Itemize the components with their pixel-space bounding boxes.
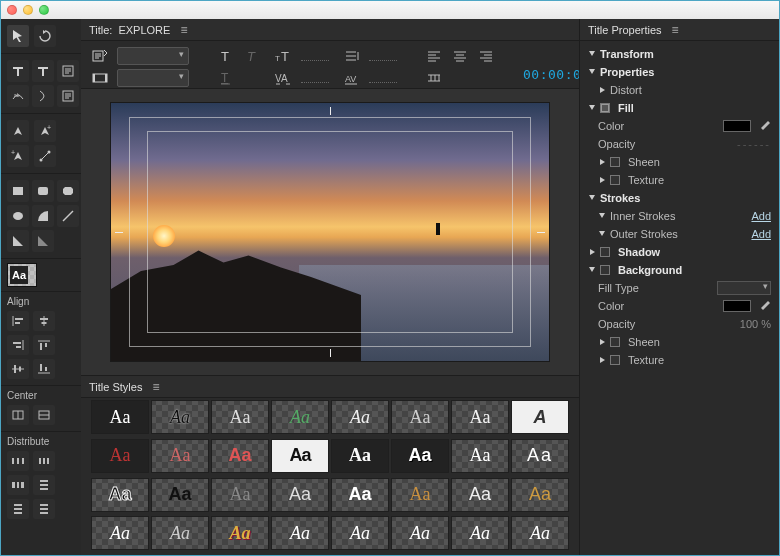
rotate-tool[interactable] xyxy=(34,25,56,47)
background-checkbox[interactable] xyxy=(600,265,610,275)
wedge-tool[interactable] xyxy=(7,230,29,252)
kerning-icon[interactable]: VA xyxy=(275,69,293,87)
distribute-v-bottom[interactable] xyxy=(33,499,55,519)
style-swatch[interactable]: Aa xyxy=(331,439,389,473)
center-vertical[interactable] xyxy=(7,405,29,425)
distribute-h-left[interactable] xyxy=(7,451,29,471)
bold-icon[interactable]: T xyxy=(243,47,261,65)
tab-stops-icon[interactable] xyxy=(425,69,443,87)
style-swatch[interactable]: Aa xyxy=(331,400,389,434)
style-swatch[interactable]: Aa xyxy=(91,516,149,550)
style-swatch[interactable]: Aa xyxy=(511,439,569,473)
kerning-value[interactable] xyxy=(301,73,329,83)
new-title-icon[interactable] xyxy=(91,47,109,65)
color-well[interactable]: Aa xyxy=(7,263,37,287)
distribute-h-right[interactable] xyxy=(7,475,29,495)
style-swatch[interactable]: Aa xyxy=(151,478,209,512)
leading-icon[interactable] xyxy=(343,47,361,65)
style-swatch[interactable]: Aa xyxy=(331,478,389,512)
vertical-type-tool[interactable] xyxy=(32,60,54,82)
distribute-h-center[interactable] xyxy=(33,451,55,471)
convert-anchor-tool[interactable] xyxy=(34,145,56,167)
twirl-right-icon[interactable] xyxy=(598,356,606,364)
roll-crawl-icon[interactable] xyxy=(91,69,109,87)
twirl-right-icon[interactable] xyxy=(598,158,606,166)
eyedropper-icon[interactable] xyxy=(759,300,771,312)
tracking-value[interactable] xyxy=(369,73,397,83)
twirl-down-icon[interactable] xyxy=(598,230,606,238)
pen-tool[interactable] xyxy=(7,120,29,142)
rectangle-tool[interactable] xyxy=(7,180,29,202)
style-swatch[interactable]: Aa xyxy=(271,439,329,473)
bg-color-chip[interactable] xyxy=(723,300,751,312)
style-swatch[interactable]: Aa xyxy=(391,516,449,550)
font-size-icon[interactable]: TT xyxy=(275,47,293,65)
align-top[interactable] xyxy=(33,335,55,355)
rounded-rect-tool[interactable] xyxy=(32,180,54,202)
twirl-right-icon[interactable] xyxy=(598,176,606,184)
style-swatch[interactable]: Aa xyxy=(451,478,509,512)
regular-icon[interactable]: T xyxy=(217,47,235,65)
twirl-right-icon[interactable] xyxy=(598,338,606,346)
twirl-down-icon[interactable] xyxy=(588,50,596,58)
style-swatch[interactable]: Aa xyxy=(451,439,509,473)
styles-panel-menu-icon[interactable]: ≡ xyxy=(152,380,159,394)
distribute-v-center[interactable] xyxy=(7,499,29,519)
style-swatch[interactable]: Aa xyxy=(211,439,269,473)
style-swatch[interactable]: Aa xyxy=(151,439,209,473)
delete-anchor-tool[interactable]: + xyxy=(7,145,29,167)
vertical-area-type-tool[interactable] xyxy=(57,85,79,107)
ellipse-tool[interactable] xyxy=(7,205,29,227)
twirl-down-icon[interactable] xyxy=(588,194,596,202)
type-tool[interactable] xyxy=(7,60,29,82)
center-horizontal[interactable] xyxy=(33,405,55,425)
align-bottom[interactable] xyxy=(33,359,55,379)
twirl-down-icon[interactable] xyxy=(588,266,596,274)
style-swatch[interactable]: Aa xyxy=(211,478,269,512)
bg-sheen-checkbox[interactable] xyxy=(610,337,620,347)
style-swatch[interactable]: Aa xyxy=(331,516,389,550)
style-swatch[interactable]: Aa xyxy=(211,400,269,434)
minimize-window-button[interactable] xyxy=(23,5,33,15)
style-swatch[interactable]: Aa xyxy=(451,516,509,550)
align-left-icon[interactable] xyxy=(425,47,443,65)
style-swatch[interactable]: Aa xyxy=(91,439,149,473)
zoom-window-button[interactable] xyxy=(39,5,49,15)
title-preview[interactable] xyxy=(110,102,550,362)
vertical-path-type-tool[interactable] xyxy=(32,85,54,107)
style-swatch[interactable]: Aa xyxy=(211,516,269,550)
style-swatch[interactable]: Aa xyxy=(391,439,449,473)
bg-texture-checkbox[interactable] xyxy=(610,355,620,365)
tracking-icon[interactable]: AV xyxy=(343,69,361,87)
line-tool[interactable] xyxy=(57,205,79,227)
properties-panel-menu-icon[interactable]: ≡ xyxy=(672,23,679,37)
style-swatch[interactable]: Aa xyxy=(511,478,569,512)
arc-tool[interactable] xyxy=(32,205,54,227)
style-swatch[interactable]: Aa xyxy=(391,478,449,512)
twirl-down-icon[interactable] xyxy=(598,212,606,220)
align-right-icon[interactable] xyxy=(477,47,495,65)
align-h-center[interactable] xyxy=(33,311,55,331)
sheen-checkbox[interactable] xyxy=(610,157,620,167)
font-style-dropdown[interactable] xyxy=(117,69,189,87)
fill-checkbox[interactable] xyxy=(600,103,610,113)
font-family-dropdown[interactable] xyxy=(117,47,189,65)
twirl-right-icon[interactable] xyxy=(588,248,596,256)
panel-menu-icon[interactable]: ≡ xyxy=(180,23,187,37)
style-swatch[interactable]: Aa xyxy=(91,478,149,512)
style-swatch[interactable]: Aa xyxy=(271,478,329,512)
style-swatch[interactable]: Aa xyxy=(271,400,329,434)
style-swatch[interactable]: Aa xyxy=(391,400,449,434)
clipped-rect-tool[interactable] xyxy=(57,180,79,202)
texture-checkbox[interactable] xyxy=(610,175,620,185)
bg-opacity-value[interactable]: 100 % xyxy=(740,318,771,330)
fill-color-chip[interactable] xyxy=(723,120,751,132)
twirl-right-icon[interactable] xyxy=(598,86,606,94)
add-anchor-tool[interactable]: + xyxy=(34,120,56,142)
twirl-down-icon[interactable] xyxy=(588,68,596,76)
twirl-down-icon[interactable] xyxy=(588,104,596,112)
align-left[interactable] xyxy=(7,311,29,331)
inner-strokes-add[interactable]: Add xyxy=(751,210,771,222)
close-window-button[interactable] xyxy=(7,5,17,15)
style-swatch[interactable]: A xyxy=(511,400,569,434)
